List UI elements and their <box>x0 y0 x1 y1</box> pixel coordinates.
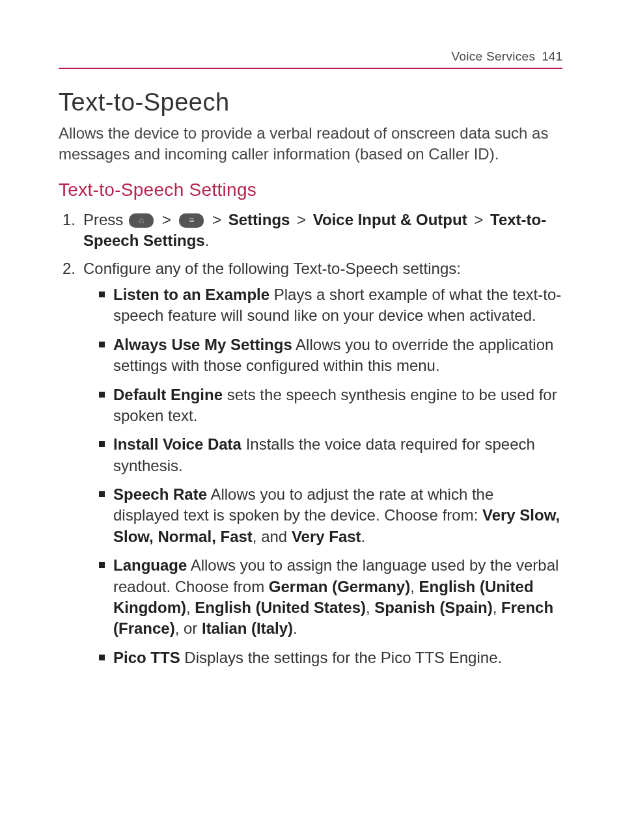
nav-settings: Settings <box>228 211 290 228</box>
step1-prefix: Press <box>83 211 128 228</box>
rate-last: Very Fast <box>292 528 361 545</box>
c2: , <box>186 599 195 616</box>
option-title: Install Voice Data <box>113 435 242 453</box>
settings-subheading: Text-to-Speech Settings <box>59 180 562 200</box>
period: . <box>205 232 210 249</box>
option-title: Pico TTS <box>113 649 180 666</box>
menu-key-icon <box>179 213 204 228</box>
nav-voice-io: Voice Input & Output <box>313 211 467 228</box>
rate-join: , and <box>253 528 292 545</box>
option-listen-example: Listen to an Example Plays a short examp… <box>99 284 562 327</box>
lang-o6: Italian (Italy) <box>202 619 293 637</box>
option-pico-tts: Pico TTS Displays the settings for the P… <box>99 647 562 668</box>
page-title: Text-to-Speech <box>59 88 562 116</box>
separator: > <box>297 211 306 228</box>
option-title: Listen to an Example <box>113 286 269 303</box>
page-header: Voice Services 141 <box>59 49 562 69</box>
period: . <box>361 528 366 545</box>
separator: > <box>474 211 483 228</box>
manual-page: Voice Services 141 Text-to-Speech Allows… <box>0 0 621 840</box>
c1: , <box>410 578 419 595</box>
lang-o4: Spanish (Spain) <box>374 599 492 616</box>
option-title: Always Use My Settings <box>113 336 292 353</box>
option-title: Language <box>113 556 187 574</box>
step-2: Configure any of the following Text-to-S… <box>62 258 562 669</box>
c5: , or <box>175 619 202 637</box>
c4: , <box>493 599 501 616</box>
option-language: Language Allows you to assign the langua… <box>99 555 562 640</box>
option-title: Default Engine <box>113 386 223 403</box>
option-speech-rate: Speech Rate Allows you to adjust the rat… <box>99 484 562 547</box>
c3: , <box>366 599 374 616</box>
option-default-engine: Default Engine sets the speech synthesis… <box>99 385 562 427</box>
step2-text: Configure any of the following Text-to-S… <box>83 260 461 277</box>
option-title: Speech Rate <box>113 485 207 503</box>
period: . <box>293 619 297 637</box>
option-always-use: Always Use My Settings Allows you to ove… <box>99 334 562 377</box>
lang-o3: English (United States) <box>195 599 366 616</box>
header-section: Voice Services <box>451 49 535 64</box>
home-key-icon <box>129 213 154 228</box>
separator: > <box>162 211 171 228</box>
lang-o1: German (Germany) <box>269 578 410 595</box>
step-1: Press > > Settings > Voice Input & Outpu… <box>62 210 562 252</box>
header-page-number: 141 <box>542 49 562 64</box>
intro-paragraph: Allows the device to provide a verbal re… <box>59 123 562 165</box>
option-install-voice-data: Install Voice Data Installs the voice da… <box>99 434 562 476</box>
option-body: Displays the settings for the Pico TTS E… <box>180 649 502 666</box>
settings-options-list: Listen to an Example Plays a short examp… <box>83 284 562 668</box>
separator: > <box>212 211 221 228</box>
steps-list: Press > > Settings > Voice Input & Outpu… <box>59 210 562 668</box>
